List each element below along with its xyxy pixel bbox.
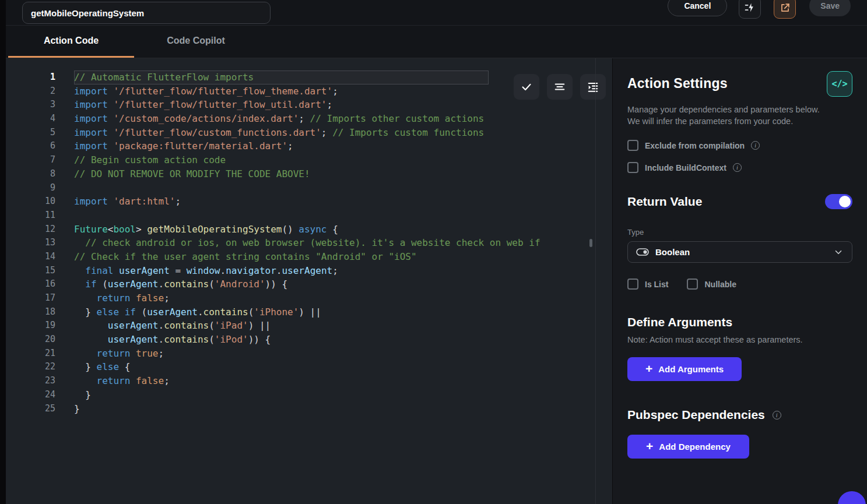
line-number: 15 <box>6 264 55 278</box>
checkbox-label: Nullable <box>704 280 736 289</box>
cancel-button[interactable]: Cancel <box>668 0 727 16</box>
compilation-options: Exclude from compilationiInclude BuildCo… <box>627 140 852 173</box>
code-line[interactable]: 5import '/flutter_flow/custom_functions.… <box>6 126 612 140</box>
code-line[interactable]: 18 } else if (userAgent.contains('iPhone… <box>6 305 612 319</box>
add-dependency-button[interactable]: + Add Dependency <box>627 435 749 459</box>
define-arguments-note: Note: Action must accept these as parame… <box>627 335 852 344</box>
checkbox-label: Include BuildContext <box>645 163 726 172</box>
return-value-toggle[interactable] <box>825 194 852 209</box>
code-line[interactable]: 16 if (userAgent.contains('Android')) { <box>6 277 612 291</box>
code-line-text: // Check if the user agent string contai… <box>74 250 417 264</box>
plus-icon: + <box>645 362 652 375</box>
code-line[interactable]: 21 return true; <box>6 347 612 361</box>
code-line[interactable]: 24 } <box>6 388 612 402</box>
panel-title: Action Settings <box>627 76 728 91</box>
line-number: 14 <box>6 250 55 264</box>
code-line-text: import 'dart:html'; <box>74 195 181 209</box>
code-line[interactable]: 6import 'package:flutter/material.dart'; <box>6 139 612 153</box>
checkbox[interactable] <box>627 279 638 290</box>
code-line-text: userAgent.contains('iPad') || <box>74 319 271 333</box>
code-line[interactable]: 25} <box>6 402 612 416</box>
code-line[interactable]: 19 userAgent.contains('iPad') || <box>6 319 612 333</box>
editor-toolbar <box>514 74 606 100</box>
code-line[interactable]: 23 return false; <box>6 374 612 388</box>
topbar: Cancel Save <box>6 0 867 26</box>
checkbox-row[interactable]: Is List <box>627 279 668 290</box>
code-line-text: } else if (userAgent.contains('iPhone') … <box>74 305 321 319</box>
type-label: Type <box>627 228 852 237</box>
open-external-button[interactable] <box>774 0 796 19</box>
code-line-text: } <box>74 402 80 416</box>
code-line[interactable]: 8// DO NOT REMOVE OR MODIFY THE CODE ABO… <box>6 167 612 181</box>
code-line[interactable]: 12Future<bool> getMobileOperatingSystem(… <box>6 223 612 237</box>
line-number: 25 <box>6 402 55 416</box>
line-number: 5 <box>6 126 55 140</box>
code-line[interactable]: 15 final userAgent = window.navigator.us… <box>6 264 612 278</box>
main: 1// Automatic FlutterFlow imports2import… <box>6 58 867 504</box>
save-button[interactable]: Save <box>809 0 851 16</box>
checkbox[interactable] <box>687 279 698 290</box>
add-arguments-button[interactable]: + Add Arguments <box>627 357 742 381</box>
code-line[interactable]: 10import 'dart:html'; <box>6 195 612 209</box>
code-line[interactable]: 13 // check android or ios, on web brows… <box>6 236 612 250</box>
line-number: 13 <box>6 236 55 250</box>
line-number: 18 <box>6 305 55 319</box>
code-line-text: return false; <box>74 291 170 305</box>
line-number: 20 <box>6 333 55 347</box>
code-line-text: import '/flutter_flow/custom_functions.d… <box>74 126 484 140</box>
indent-button[interactable] <box>580 74 606 100</box>
format-align-icon <box>553 80 566 93</box>
line-number: 24 <box>6 388 55 402</box>
code-line-text: } else { <box>74 360 130 374</box>
code-line[interactable]: 4import '/custom_code/actions/index.dart… <box>6 112 612 126</box>
checkbox-row[interactable]: Include BuildContexti <box>627 162 852 173</box>
check-icon <box>520 80 533 93</box>
view-code-button[interactable]: </> <box>827 71 852 97</box>
help-fab[interactable] <box>838 491 866 504</box>
line-number: 23 <box>6 374 55 388</box>
type-select[interactable]: Boolean <box>627 241 852 263</box>
code-line[interactable]: 17 return false; <box>6 291 612 305</box>
code-line[interactable]: 11 <box>6 209 612 223</box>
tab-code-copilot[interactable]: Code Copilot <box>145 26 247 58</box>
line-number: 11 <box>6 209 55 223</box>
topbar-actions: Cancel Save <box>668 0 851 19</box>
indent-icon <box>587 80 599 93</box>
line-number: 8 <box>6 167 55 181</box>
checkbox-label: Is List <box>645 280 668 289</box>
code-line-text: userAgent.contains('iPod')) { <box>74 333 271 347</box>
code-line-text: } <box>74 388 91 402</box>
code-line-text: import '/flutter_flow/flutter_flow_util.… <box>74 98 332 112</box>
checkbox-row[interactable]: Nullable <box>687 279 736 290</box>
info-icon: i <box>733 163 742 172</box>
line-number: 3 <box>6 98 55 112</box>
code-line[interactable]: 7// Begin custom action code <box>6 153 612 167</box>
check-code-button[interactable] <box>514 74 539 100</box>
line-number: 4 <box>6 112 55 126</box>
line-number: 22 <box>6 360 55 374</box>
code-editor[interactable]: 1// Automatic FlutterFlow imports2import… <box>6 58 612 504</box>
code-line-text: return true; <box>74 347 164 361</box>
code-line-text: import '/custom_code/actions/index.dart'… <box>74 112 484 126</box>
format-code-button[interactable] <box>739 0 761 19</box>
format-align-button[interactable] <box>547 74 573 100</box>
action-name-input[interactable] <box>22 2 271 24</box>
checkbox[interactable] <box>627 162 638 173</box>
external-link-icon <box>780 2 791 13</box>
pubspec-title: Pubspec Dependencies <box>627 408 765 422</box>
format-code-icon <box>744 2 756 13</box>
code-line[interactable]: 3import '/flutter_flow/flutter_flow_util… <box>6 98 612 112</box>
checkbox-row[interactable]: Exclude from compilationi <box>627 140 852 151</box>
tab-action-code[interactable]: Action Code <box>8 26 134 58</box>
plus-icon: + <box>646 440 653 452</box>
code-line[interactable]: 14// Check if the user agent string cont… <box>6 250 612 264</box>
code-line-text: // check android or ios, on web browser … <box>74 236 540 250</box>
checkbox[interactable] <box>627 140 638 151</box>
code-line[interactable]: 20 userAgent.contains('iPod')) { <box>6 333 612 347</box>
code-line[interactable]: 9 <box>6 181 612 195</box>
code-line[interactable]: 22 } else { <box>6 360 612 374</box>
chevron-down-icon <box>833 247 844 258</box>
code-line-text: // Automatic FlutterFlow imports <box>74 71 254 84</box>
code-line-text: final userAgent = window.navigator.userA… <box>74 264 338 278</box>
line-number: 2 <box>6 84 55 98</box>
